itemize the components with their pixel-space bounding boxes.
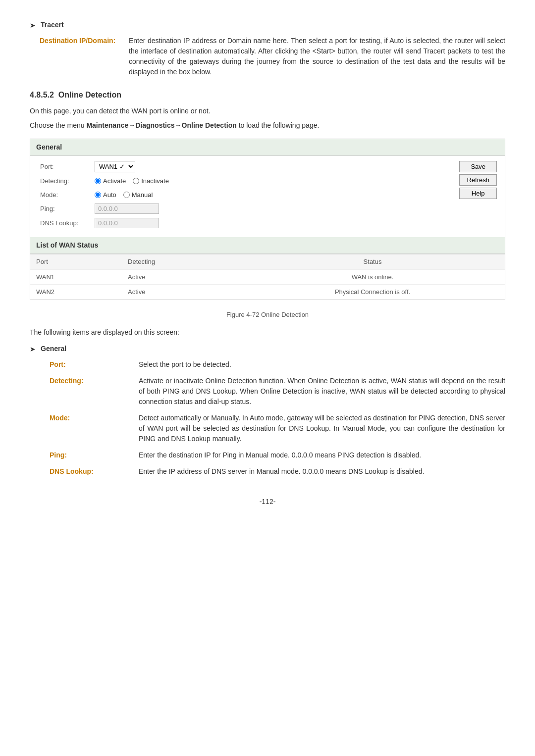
- mode-manual-label[interactable]: Manual: [123, 190, 153, 200]
- port-select[interactable]: WAN1 ✓: [95, 161, 135, 172]
- general-panel-header: General: [30, 139, 505, 156]
- dns-input[interactable]: [95, 218, 159, 228]
- menu-path: Choose the menu Maintenance→Diagnostics→…: [30, 120, 505, 131]
- item-description: Mode:Detect automatically or Manually. I…: [40, 413, 505, 444]
- dns-row: DNS Lookup:: [40, 218, 495, 228]
- page-number: -112-: [30, 497, 505, 507]
- item-text: Detect automatically or Manually. In Aut…: [139, 413, 505, 444]
- mode-label: Mode:: [40, 190, 95, 200]
- detecting-inactivate-text: Inactivate: [141, 176, 169, 186]
- detecting-label: Detecting:: [40, 176, 95, 186]
- detecting-row: Detecting: Activate Inactivate: [40, 176, 495, 186]
- item-label: Mode:: [50, 413, 139, 444]
- ping-control[interactable]: [95, 203, 159, 214]
- item-label: Port:: [50, 359, 139, 370]
- mode-manual-text: Manual: [132, 190, 153, 200]
- item-descriptions: Port:Select the port to be detected.Dete…: [30, 359, 505, 477]
- refresh-button[interactable]: Refresh: [459, 174, 497, 186]
- mode-row: Mode: Auto Manual: [40, 190, 495, 200]
- table-cell-status: Physical Connection is off.: [240, 285, 505, 300]
- save-button[interactable]: Save: [459, 161, 497, 172]
- port-control[interactable]: WAN1 ✓: [95, 161, 135, 172]
- detecting-inactivate-label[interactable]: Inactivate: [133, 176, 169, 186]
- wan-table-header-row: Port Detecting Status: [30, 254, 505, 270]
- mode-control: Auto Manual: [95, 190, 153, 200]
- table-cell-port: WAN1: [30, 269, 122, 285]
- detecting-activate-label[interactable]: Activate: [95, 176, 126, 186]
- wan-status-header: List of WAN Status: [30, 237, 505, 254]
- col-detecting: Detecting: [122, 254, 240, 270]
- item-label: Ping:: [50, 450, 139, 460]
- item-description: Detecting:Activate or inactivate Online …: [40, 376, 505, 407]
- general-arrow: ➤: [30, 344, 36, 354]
- mode-auto-label[interactable]: Auto: [95, 190, 116, 200]
- table-cell-detecting: Active: [122, 285, 240, 300]
- figure-caption: Figure 4-72 Online Detection: [30, 310, 505, 320]
- detecting-activate-radio[interactable]: [95, 178, 101, 184]
- tracert-header: ➤ Tracert: [30, 20, 505, 31]
- detecting-activate-text: Activate: [103, 176, 126, 186]
- tracert-dest-text: Enter destination IP address or Domain n…: [129, 36, 505, 77]
- general-section-title: General: [41, 344, 66, 354]
- detecting-control: Activate Inactivate: [95, 176, 169, 186]
- section-heading: 4.8.5.2 Online Detection: [30, 89, 505, 101]
- item-description: Port:Select the port to be detected.: [40, 359, 505, 370]
- port-row: Port: WAN1 ✓: [40, 161, 495, 172]
- table-cell-status: WAN is online.: [240, 269, 505, 285]
- help-button[interactable]: Help: [459, 188, 497, 199]
- item-label: Detecting:: [50, 376, 139, 407]
- section-intro: On this page, you can detect the WAN por…: [30, 106, 505, 116]
- col-port: Port: [30, 254, 122, 270]
- port-label: Port:: [40, 162, 95, 172]
- item-description: Ping:Enter the destination IP for Ping i…: [40, 450, 505, 460]
- item-label: DNS Lookup:: [50, 466, 139, 477]
- ping-input[interactable]: [95, 203, 159, 214]
- ping-row: Ping:: [40, 203, 495, 214]
- detecting-inactivate-radio[interactable]: [133, 178, 139, 184]
- ping-label: Ping:: [40, 204, 95, 214]
- item-description: DNS Lookup:Enter the IP address of DNS s…: [40, 466, 505, 477]
- wan-status-table: Port Detecting Status WAN1ActiveWAN is o…: [30, 254, 505, 300]
- table-cell-detecting: Active: [122, 269, 240, 285]
- item-text: Select the port to be detected.: [139, 359, 505, 370]
- table-row: WAN2ActivePhysical Connection is off.: [30, 285, 505, 300]
- following-text: The following items are displayed on thi…: [30, 327, 505, 338]
- mode-auto-text: Auto: [103, 190, 116, 200]
- item-text: Activate or inactivate Online Detection …: [139, 376, 505, 407]
- dns-control[interactable]: [95, 218, 159, 228]
- item-text: Enter the IP address of DNS server in Ma…: [139, 466, 505, 477]
- tracert-dest-label: Destination IP/Domain:: [40, 36, 129, 77]
- tracert-description: Destination IP/Domain: Enter destination…: [30, 36, 505, 77]
- general-panel-body: Port: WAN1 ✓ Detecting: Activate Inactiv…: [30, 156, 505, 237]
- tracert-arrow: ➤: [30, 20, 36, 31]
- table-row: WAN1ActiveWAN is online.: [30, 269, 505, 285]
- side-buttons: Save Refresh Help: [459, 161, 497, 199]
- dns-label: DNS Lookup:: [40, 218, 95, 228]
- mode-auto-radio[interactable]: [95, 192, 101, 198]
- tracert-title: Tracert: [41, 20, 64, 30]
- col-status: Status: [240, 254, 505, 270]
- general-section-header: ➤ General: [30, 344, 505, 354]
- mode-manual-radio[interactable]: [123, 192, 130, 198]
- general-panel: General Port: WAN1 ✓ Detecting: Activate: [30, 139, 505, 300]
- item-text: Enter the destination IP for Ping in Man…: [139, 450, 505, 460]
- table-cell-port: WAN2: [30, 285, 122, 300]
